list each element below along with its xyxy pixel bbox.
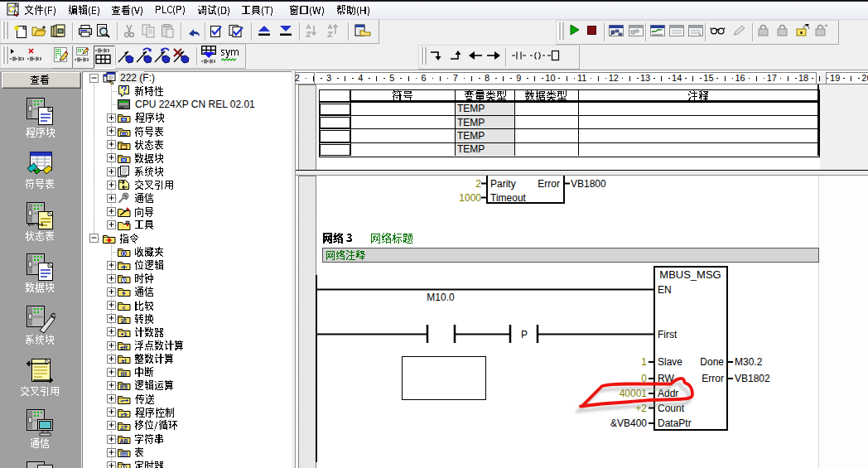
svg-text:<: <: [122, 304, 125, 310]
svg-text:+1: +1: [121, 330, 128, 336]
svg-text:±R: ±R: [120, 345, 128, 350]
svg-text:±I: ±I: [122, 358, 127, 364]
svg-text:AB: AB: [119, 438, 128, 444]
